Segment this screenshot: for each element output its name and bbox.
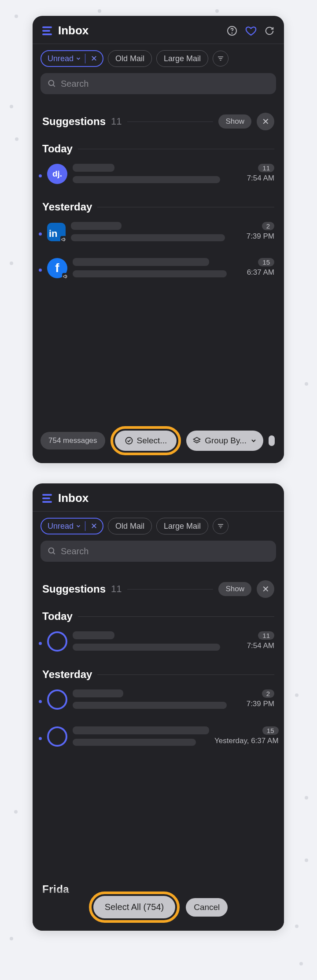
suggestions-title: Suggestions (42, 583, 106, 595)
group-by-button[interactable]: Group By... (186, 431, 263, 451)
message-row[interactable]: 11 7:54 AM (33, 623, 284, 656)
message-time: 7:39 PM (247, 700, 274, 708)
today-title: Today (42, 610, 73, 623)
page-title: Inbox (58, 24, 221, 37)
avatar-linkedin: in (47, 223, 66, 241)
message-row[interactable]: in 2 7:39 PM (33, 213, 284, 246)
filter-chip-old[interactable]: Old Mail (108, 518, 152, 534)
count-badge: 2 (262, 222, 274, 230)
check-circle-icon (125, 436, 133, 445)
select-button[interactable]: Select... (115, 431, 177, 451)
svg-line-12 (53, 553, 55, 554)
svg-point-11 (49, 548, 54, 553)
count-badge: 11 (258, 631, 274, 640)
yesterday-title: Yesterday (42, 201, 92, 213)
svg-point-7 (125, 438, 132, 444)
svg-line-6 (53, 85, 55, 87)
suggestions-count: 11 (111, 116, 122, 127)
search-placeholder: Search (61, 79, 88, 89)
unread-dot-icon (39, 232, 42, 236)
mail-panel-before: Inbox Unread ✕ Old Mail Large Mail Searc… (33, 16, 284, 463)
extra-button[interactable] (269, 435, 275, 446)
show-suggestions-button[interactable]: Show (218, 114, 251, 129)
search-icon (48, 79, 56, 88)
count-badge: 15 (262, 726, 279, 735)
clear-unread-icon[interactable]: ✕ (85, 54, 103, 63)
help-icon[interactable] (227, 26, 237, 36)
search-icon (48, 547, 56, 556)
search-input[interactable]: Search (41, 541, 276, 562)
unread-dot-icon (39, 269, 42, 272)
page-title: Inbox (58, 491, 274, 505)
megaphone-icon (62, 273, 69, 280)
count-badge: 2 (262, 689, 274, 698)
chevron-down-icon (75, 523, 81, 529)
bottom-toolbar: 754 messages Select... Group By... (33, 422, 284, 463)
unread-dot-icon (39, 174, 42, 177)
message-row[interactable]: 15 Yesterday, 6:37 AM (33, 714, 284, 751)
more-filters-icon[interactable] (213, 518, 229, 534)
message-time: 7:39 PM (247, 232, 274, 241)
clear-unread-icon[interactable]: ✕ (85, 521, 103, 531)
more-filters-icon[interactable] (213, 51, 229, 66)
cancel-button[interactable]: Cancel (186, 898, 228, 917)
unread-dot-icon (39, 700, 42, 703)
filter-row: Unread ✕ Old Mail Large Mail (33, 512, 284, 534)
unread-dot-icon (39, 737, 42, 740)
message-row[interactable]: f 15 6:37 AM (33, 246, 284, 283)
chevron-down-icon (75, 55, 81, 62)
menu-icon[interactable] (42, 26, 53, 35)
filter-chip-unread[interactable]: Unread ✕ (41, 50, 103, 67)
message-time: Yesterday, 6:37 AM (214, 737, 279, 745)
selection-circle[interactable] (47, 631, 67, 652)
selection-circle[interactable] (47, 689, 67, 710)
close-suggestions-button[interactable]: ✕ (257, 113, 274, 130)
filter-chip-unread[interactable]: Unread ✕ (41, 518, 103, 534)
svg-point-1 (232, 33, 232, 33)
megaphone-icon (60, 236, 67, 243)
show-suggestions-button[interactable]: Show (218, 582, 251, 596)
header: Inbox (33, 483, 284, 512)
bottom-toolbar: Select All (754) Cancel (33, 887, 284, 931)
mail-panel-after: Inbox Unread ✕ Old Mail Large Mail Searc… (33, 483, 284, 931)
chevron-down-icon (250, 437, 257, 444)
search-input[interactable]: Search (41, 73, 276, 94)
message-time: 6:37 AM (247, 268, 274, 277)
filter-chip-old[interactable]: Old Mail (108, 50, 152, 67)
highlight-ring: Select All (754) (89, 892, 180, 923)
yesterday-section: Yesterday (33, 656, 284, 681)
yesterday-section: Yesterday (33, 188, 284, 213)
heart-icon[interactable] (245, 25, 257, 37)
svg-point-5 (49, 81, 54, 86)
filter-chip-large[interactable]: Large Mail (156, 518, 208, 534)
yesterday-title: Yesterday (42, 668, 92, 681)
select-all-button[interactable]: Select All (754) (93, 896, 176, 918)
filter-chip-large[interactable]: Large Mail (156, 50, 208, 67)
suggestions-title: Suggestions (42, 115, 106, 128)
message-time: 7:54 AM (247, 641, 274, 650)
suggestions-section: Suggestions 11 Show ✕ (33, 100, 284, 130)
refresh-icon[interactable] (265, 26, 274, 36)
message-time: 7:54 AM (247, 174, 274, 183)
highlight-ring: Select... (111, 426, 181, 455)
menu-icon[interactable] (42, 494, 53, 503)
today-section: Today (33, 598, 284, 623)
avatar-dj: dj. (47, 164, 67, 184)
suggestions-section: Suggestions 11 Show ✕ (33, 568, 284, 598)
message-count: 754 messages (41, 432, 105, 449)
suggestions-count: 11 (111, 583, 122, 595)
header: Inbox (33, 16, 284, 44)
search-placeholder: Search (61, 546, 88, 556)
layers-icon (192, 436, 201, 445)
message-row[interactable]: 2 7:39 PM (33, 681, 284, 714)
message-row[interactable]: dj. 11 7:54 AM (33, 155, 284, 188)
today-section: Today (33, 130, 284, 155)
close-suggestions-button[interactable]: ✕ (257, 580, 274, 598)
selection-circle[interactable] (47, 726, 67, 747)
count-badge: 11 (258, 164, 274, 172)
filter-row: Unread ✕ Old Mail Large Mail (33, 44, 284, 67)
count-badge: 15 (258, 258, 274, 266)
unread-dot-icon (39, 642, 42, 645)
avatar-facebook: f (47, 258, 67, 278)
today-title: Today (42, 143, 73, 155)
